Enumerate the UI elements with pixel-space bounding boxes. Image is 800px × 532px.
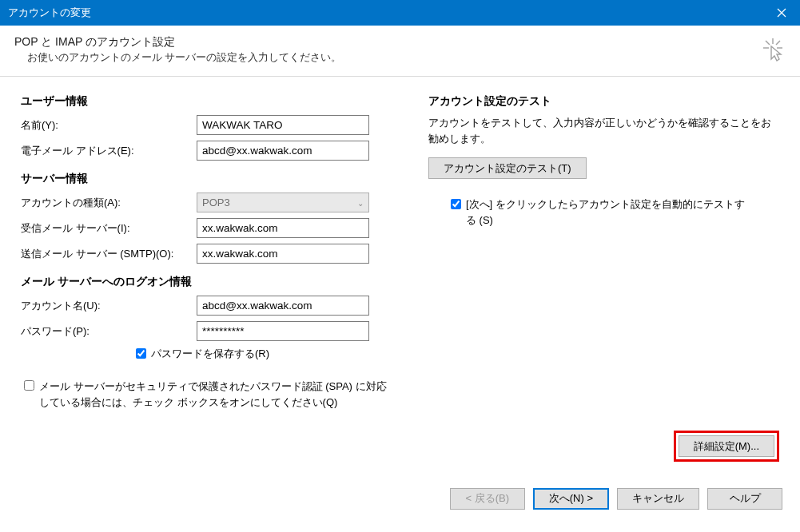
account-name-label: アカウント名(U): [21, 299, 197, 313]
auto-test-label: [次へ] をクリックしたらアカウント設定を自動的にテストする (S) [466, 197, 754, 228]
back-button[interactable]: < 戻る(B) [450, 488, 525, 510]
spa-label: メール サーバーがセキュリティで保護されたパスワード認証 (SPA) に対応して… [39, 379, 388, 410]
right-column: アカウント設定のテスト アカウントをテストして、入力内容が正しいかどうかを確認す… [412, 94, 779, 466]
titlebar: アカウントの変更 [0, 0, 800, 26]
svg-line-6 [776, 41, 780, 45]
help-button[interactable]: ヘルプ [707, 488, 782, 510]
advanced-highlight: 詳細設定(M)... [674, 431, 779, 462]
incoming-label: 受信メール サーバー(I): [21, 221, 197, 236]
account-type-label: アカウントの種類(A): [21, 196, 197, 210]
cancel-button[interactable]: キャンセル [617, 488, 699, 510]
footer-buttons: < 戻る(B) 次へ(N) > キャンセル ヘルプ [0, 476, 800, 521]
name-label: 名前(Y): [21, 118, 197, 133]
outgoing-label: 送信メール サーバー (SMTP)(O): [21, 247, 197, 261]
close-icon [777, 8, 786, 18]
chevron-down-icon: ⌄ [357, 198, 364, 207]
server-info-heading: サーバー情報 [21, 172, 412, 186]
test-heading: アカウント設定のテスト [428, 94, 779, 109]
save-password-checkbox[interactable] [136, 348, 146, 359]
cursor-click-icon [760, 37, 786, 62]
content: ユーザー情報 名前(Y): 電子メール アドレス(E): サーバー情報 アカウン… [0, 77, 800, 474]
auto-test-checkbox[interactable] [451, 199, 461, 209]
test-description: アカウントをテストして、入力内容が正しいかどうかを確認することをお勧めします。 [428, 115, 779, 146]
account-type-select: POP3 ⌄ [197, 193, 369, 212]
logon-heading: メール サーバーへのログオン情報 [21, 275, 412, 289]
left-column: ユーザー情報 名前(Y): 電子メール アドレス(E): サーバー情報 アカウン… [21, 94, 412, 466]
close-button[interactable] [763, 0, 800, 26]
password-label: パスワード(P): [21, 324, 197, 339]
email-input[interactable] [197, 141, 369, 161]
window-title: アカウントの変更 [8, 6, 91, 20]
test-account-button[interactable]: アカウント設定のテスト(T) [428, 157, 587, 179]
name-input[interactable] [197, 115, 369, 135]
email-label: 電子メール アドレス(E): [21, 144, 197, 158]
spa-checkbox[interactable] [24, 380, 34, 391]
outgoing-server-input[interactable] [197, 244, 369, 264]
header-title: POP と IMAP のアカウント設定 [14, 35, 786, 50]
header-panel: POP と IMAP のアカウント設定 お使いのアカウントのメール サーバーの設… [0, 26, 800, 77]
password-input[interactable] [197, 321, 369, 341]
save-password-label: パスワードを保存する(R) [151, 347, 269, 361]
svg-line-5 [766, 41, 770, 45]
account-type-value: POP3 [202, 197, 230, 208]
user-info-heading: ユーザー情報 [21, 94, 412, 109]
account-name-input[interactable] [197, 296, 369, 316]
incoming-server-input[interactable] [197, 218, 369, 238]
advanced-settings-button[interactable]: 詳細設定(M)... [679, 435, 774, 457]
header-subtitle: お使いのアカウントのメール サーバーの設定を入力してください。 [14, 51, 786, 65]
next-button[interactable]: 次へ(N) > [533, 488, 609, 510]
